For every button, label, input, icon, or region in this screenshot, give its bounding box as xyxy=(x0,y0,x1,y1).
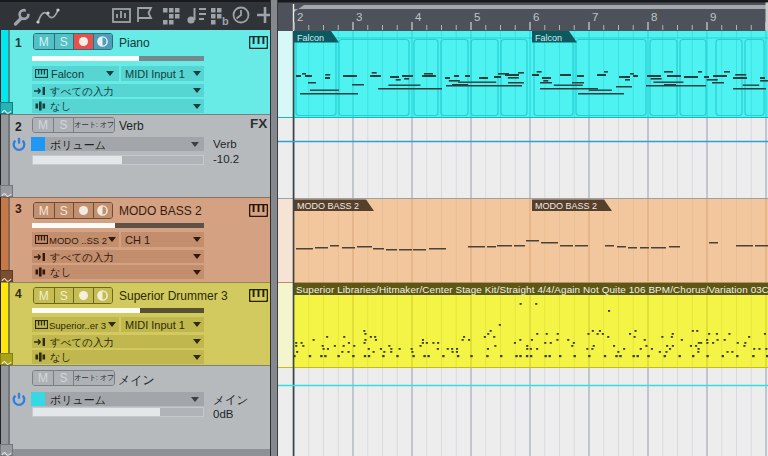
svg-text:4: 4 xyxy=(415,11,422,23)
svg-text:3: 3 xyxy=(356,11,362,23)
svg-text:Falcon: Falcon xyxy=(535,33,562,43)
svg-text:MODO BASS 2: MODO BASS 2 xyxy=(297,201,359,211)
svg-text:6: 6 xyxy=(533,11,539,23)
svg-text:9: 9 xyxy=(710,11,716,23)
svg-text:2: 2 xyxy=(297,11,303,23)
svg-text:MODO BASS 2: MODO BASS 2 xyxy=(535,201,597,211)
svg-text:5: 5 xyxy=(474,11,480,23)
svg-text:7: 7 xyxy=(592,11,598,23)
svg-text:Superior Libraries/Hitmaker/Ce: Superior Libraries/Hitmaker/Center Stage… xyxy=(296,284,768,295)
svg-text:b: b xyxy=(222,15,229,27)
svg-text:8: 8 xyxy=(651,11,657,23)
svg-text:Falcon: Falcon xyxy=(297,33,324,43)
